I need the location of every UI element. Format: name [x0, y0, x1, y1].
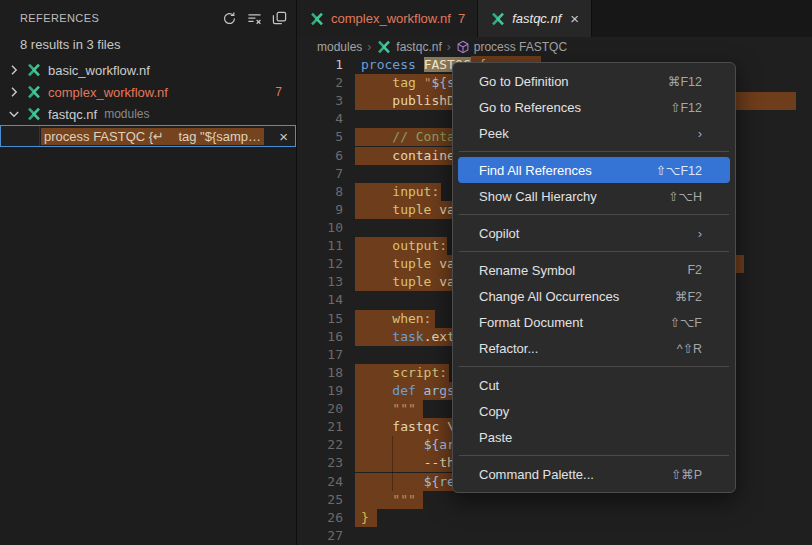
nextflow-file-icon: [490, 11, 506, 27]
menu-item-shortcut: ⇧⌥F: [669, 315, 702, 330]
menu-item-refactor[interactable]: Refactor...^⇧R: [458, 335, 730, 361]
file-path-hint: modules: [104, 107, 149, 121]
line-number: 19: [297, 382, 343, 400]
menu-item-label: Change All Occurrences: [479, 289, 675, 304]
reference-file-row-basic-workflow-nf[interactable]: basic_workflow.nf: [0, 59, 296, 81]
close-icon[interactable]: ×: [279, 129, 288, 144]
symbol-namespace-icon: [456, 40, 470, 54]
menu-separator: [459, 251, 729, 252]
menu-item-label: Cut: [479, 378, 719, 393]
menu-item-copilot[interactable]: Copilot›: [458, 220, 730, 246]
line-number: 10: [297, 219, 343, 237]
line-number: 21: [297, 418, 343, 436]
menu-item-peek[interactable]: Peek›: [458, 120, 730, 146]
breadcrumb: modules›fastqc.nf›process FASTQC: [297, 37, 812, 56]
menu-item-copy[interactable]: Copy: [458, 398, 730, 424]
code-line-27: 27: [297, 527, 812, 545]
menu-separator: [459, 151, 729, 152]
menu-item-label: Go to Definition: [479, 74, 668, 89]
menu-item-find-all-references[interactable]: Find All References⇧⌥F12: [458, 157, 730, 183]
line-number: 4: [297, 110, 343, 128]
menu-item-shortcut: ^⇧R: [677, 341, 702, 356]
tab-bar: complex_workflow.nf7fastqc.nf×: [297, 0, 812, 37]
line-number: 9: [297, 201, 343, 219]
breadcrumb-label: modules: [317, 40, 362, 54]
line-number: 17: [297, 346, 343, 364]
chevron-right-icon[interactable]: [6, 62, 22, 78]
breadcrumb-separator: ›: [447, 40, 451, 54]
menu-item-label: Rename Symbol: [479, 263, 687, 278]
breadcrumb-item-process-fastqc[interactable]: process FASTQC: [456, 40, 567, 54]
editor-context-menu: Go to Definition⌘F12Go to References⇧F12…: [452, 62, 736, 493]
menu-item-shortcut: ⇧F12: [670, 100, 702, 115]
reference-count-badge: 7: [275, 85, 282, 99]
menu-item-label: Format Document: [479, 315, 669, 330]
line-number: 16: [297, 328, 343, 346]
line-number: 14: [297, 291, 343, 309]
file-name: complex_workflow.nf: [48, 85, 168, 100]
collapse-all-icon[interactable]: [268, 7, 290, 29]
close-icon[interactable]: ×: [570, 11, 579, 26]
tab-complex-workflow-nf[interactable]: complex_workflow.nf7: [297, 0, 478, 37]
line-number: 15: [297, 310, 343, 328]
line-number: 7: [297, 165, 343, 183]
line-number: 18: [297, 364, 343, 382]
menu-item-label: Peek: [479, 126, 698, 141]
file-name: fastqc.nf: [48, 107, 97, 122]
nextflow-file-icon: [26, 62, 42, 78]
vscode-window: REFERENCES 8 results in 3 files basic_wo…: [0, 0, 812, 545]
tab-fastqc-nf[interactable]: fastqc.nf×: [478, 0, 592, 37]
breadcrumb-label: fastqc.nf: [396, 40, 441, 54]
line-number: 2: [297, 74, 343, 92]
line-number: 23: [297, 454, 343, 472]
menu-item-shortcut: ⌘F12: [668, 74, 702, 89]
nextflow-file-icon: [309, 11, 325, 27]
menu-item-rename-symbol[interactable]: Rename SymbolF2: [458, 257, 730, 283]
menu-item-label: Copy: [479, 404, 719, 419]
menu-item-label: Refactor...: [479, 341, 677, 356]
line-number: 12: [297, 255, 343, 273]
menu-item-paste[interactable]: Paste: [458, 424, 730, 450]
menu-item-label: Go to References: [479, 100, 670, 115]
breadcrumb-item-fastqc-nf[interactable]: fastqc.nf: [376, 39, 441, 55]
line-number: 22: [297, 436, 343, 454]
chevron-down-icon[interactable]: [6, 106, 22, 122]
breadcrumb-separator: ›: [367, 40, 371, 54]
line-number: 20: [297, 400, 343, 418]
nextflow-file-icon: [26, 106, 42, 122]
nextflow-file-icon: [376, 39, 392, 55]
menu-item-change-all-occurrences[interactable]: Change All Occurrences⌘F2: [458, 283, 730, 309]
refresh-icon[interactable]: [218, 7, 240, 29]
references-tree: basic_workflow.nfcomplex_workflow.nf7fas…: [0, 59, 296, 147]
submenu-chevron-icon: ›: [698, 126, 702, 141]
references-panel-title: REFERENCES: [20, 12, 215, 24]
line-number: 3: [297, 92, 343, 110]
menu-item-go-to-definition[interactable]: Go to Definition⌘F12: [458, 68, 730, 94]
menu-separator: [459, 214, 729, 215]
reference-file-row-fastqc-nf[interactable]: fastqc.nfmodules: [0, 103, 296, 125]
submenu-chevron-icon: ›: [698, 226, 702, 241]
menu-item-shortcut: F2: [687, 263, 702, 277]
menu-separator: [459, 455, 729, 456]
reference-result-row[interactable]: process FASTQC {↵ tag "${samp…×: [0, 125, 296, 147]
menu-item-go-to-references[interactable]: Go to References⇧F12: [458, 94, 730, 120]
menu-item-label: Paste: [479, 430, 719, 445]
references-panel-header: REFERENCES: [0, 0, 296, 36]
breadcrumb-item-modules[interactable]: modules: [317, 40, 362, 54]
tab-badge: 7: [458, 11, 465, 26]
line-number: 5: [297, 128, 343, 146]
chevron-right-icon[interactable]: [6, 84, 22, 100]
menu-item-label: Show Call Hierarchy: [479, 189, 668, 204]
menu-separator: [459, 366, 729, 367]
menu-item-command-palette[interactable]: Command Palette...⇧⌘P: [458, 461, 730, 487]
results-summary: 8 results in 3 files: [0, 36, 296, 59]
menu-item-show-call-hierarchy[interactable]: Show Call Hierarchy⇧⌥H: [458, 183, 730, 209]
reference-file-row-complex-workflow-nf[interactable]: complex_workflow.nf7: [0, 81, 296, 103]
nextflow-file-icon: [26, 84, 42, 100]
menu-item-format-document[interactable]: Format Document⇧⌥F: [458, 309, 730, 335]
menu-item-cut[interactable]: Cut: [458, 372, 730, 398]
menu-item-shortcut: ⇧⌥H: [668, 189, 702, 204]
clear-results-icon[interactable]: [243, 7, 265, 29]
menu-item-label: Command Palette...: [479, 467, 671, 482]
file-name: basic_workflow.nf: [48, 63, 150, 78]
